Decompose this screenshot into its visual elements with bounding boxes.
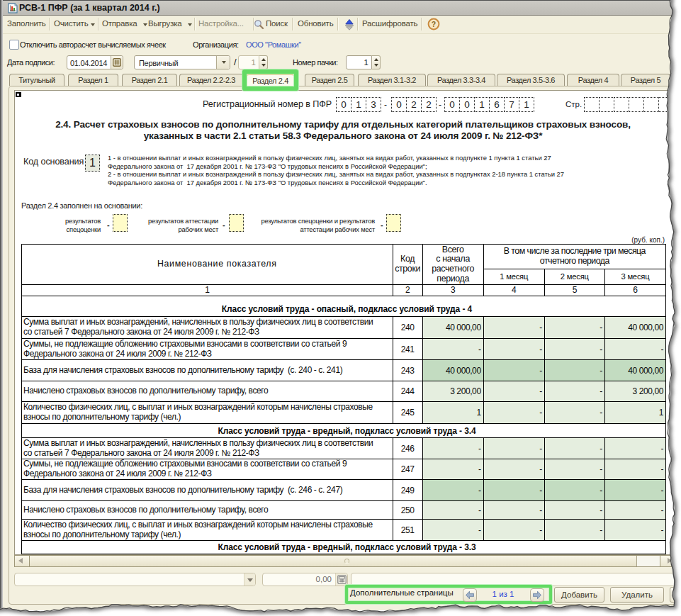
decrypt-button[interactable]: Расшифровать xyxy=(362,19,417,28)
calculator-button[interactable] xyxy=(335,573,347,586)
value-cell[interactable]: 3 200,00 xyxy=(605,381,666,402)
tab-0[interactable]: Титульный xyxy=(9,74,64,86)
value-cell[interactable]: - xyxy=(545,501,605,520)
tab-3[interactable]: Раздел 2.2-2.3 xyxy=(179,74,243,86)
pack-number-field[interactable]: 1 xyxy=(346,55,372,69)
page-number-cell[interactable] xyxy=(584,97,600,112)
value-cell[interactable]: 40 000,00 xyxy=(605,317,666,339)
revision-select[interactable]: Первичный xyxy=(134,55,230,69)
organization-link[interactable]: ООО "Ромашки" xyxy=(246,40,301,49)
correction-spinner[interactable] xyxy=(259,55,268,69)
value-cell[interactable]: 3 200,00 xyxy=(423,381,484,402)
criterion-checkbox[interactable] xyxy=(113,214,128,232)
reg-number-digit[interactable]: 0 xyxy=(391,97,407,112)
value-cell[interactable]: - xyxy=(545,520,605,541)
reg-number-digit[interactable]: 2 xyxy=(407,97,422,112)
value-cell[interactable]: - xyxy=(605,520,666,541)
correction-number-field[interactable]: 1 xyxy=(238,55,259,69)
value-cell[interactable]: - xyxy=(605,459,666,480)
delete-button[interactable]: Удалить xyxy=(610,587,664,603)
value-cell[interactable]: - xyxy=(605,480,666,501)
value-cell[interactable]: - xyxy=(545,360,605,381)
tab-10[interactable]: Раздел 5 xyxy=(621,74,670,86)
scroll-left-button[interactable] xyxy=(15,556,30,566)
tab-1[interactable]: Раздел 1 xyxy=(68,74,118,86)
value-cell[interactable]: - xyxy=(484,381,545,402)
spinner-down-icon[interactable] xyxy=(261,64,266,67)
value-cell[interactable]: - xyxy=(423,438,484,459)
basis-code-field[interactable]: 1 xyxy=(85,155,100,172)
value-cell[interactable]: 40 000,00 xyxy=(423,360,484,381)
previous-page-button[interactable] xyxy=(463,588,477,602)
value-cell[interactable]: - xyxy=(545,402,605,424)
value-cell[interactable]: - xyxy=(484,459,545,480)
value-cell[interactable]: 40 000,00 xyxy=(423,317,484,339)
value-cell[interactable]: - xyxy=(484,360,545,381)
value-cell[interactable]: - xyxy=(423,339,484,360)
value-cell[interactable]: - xyxy=(545,438,605,459)
value-cell[interactable]: - xyxy=(423,459,484,480)
settings-button[interactable]: Настройка... xyxy=(198,19,244,28)
reg-number-digit[interactable]: 1 xyxy=(519,97,534,112)
value-cell[interactable]: - xyxy=(605,501,666,520)
scrollbar-thumb[interactable] xyxy=(30,556,637,566)
search-button[interactable]: Поиск xyxy=(266,19,288,28)
value-cell[interactable]: - xyxy=(545,317,605,339)
value-cell[interactable]: - xyxy=(423,501,484,520)
tab-8[interactable]: Раздел 3.5-3.6 xyxy=(497,74,565,86)
autocalc-checkbox[interactable] xyxy=(9,40,19,50)
criterion-checkbox[interactable] xyxy=(386,214,401,232)
value-cell[interactable]: 40 000,00 xyxy=(605,360,666,381)
page-number-cell[interactable] xyxy=(644,97,659,112)
combo-dropdown-button[interactable] xyxy=(244,573,255,586)
reg-number-digit[interactable]: 0 xyxy=(444,97,460,112)
value-cell[interactable]: - xyxy=(545,480,605,501)
value-cell[interactable]: 1 xyxy=(605,402,666,424)
amount-field[interactable]: 0,00 xyxy=(262,573,348,586)
value-cell[interactable]: - xyxy=(423,480,484,501)
value-cell[interactable]: 1 xyxy=(423,402,484,424)
reg-number-digit[interactable]: 3 xyxy=(366,97,381,112)
reg-number-digit[interactable]: 2 xyxy=(422,97,437,112)
cutoff-button[interactable] xyxy=(670,587,681,603)
page-number-cell[interactable] xyxy=(614,97,629,112)
next-page-button[interactable] xyxy=(530,588,544,602)
horizontal-scrollbar[interactable] xyxy=(14,555,673,567)
set-position-icon[interactable] xyxy=(344,18,355,30)
page-number-cell[interactable] xyxy=(629,97,644,112)
value-cell[interactable]: - xyxy=(484,520,545,541)
spinner-up-icon[interactable] xyxy=(374,58,378,61)
help-icon[interactable]: ? xyxy=(427,18,440,30)
value-cell[interactable]: - xyxy=(545,459,605,480)
spinner-up-icon[interactable] xyxy=(261,58,266,61)
calendar-button[interactable] xyxy=(111,56,123,69)
reg-number-digit[interactable]: 0 xyxy=(336,97,351,112)
page-number-cell[interactable] xyxy=(659,97,674,112)
sign-date-field[interactable]: 01.04.2014 xyxy=(67,55,123,69)
send-button[interactable]: Отправка xyxy=(102,19,137,28)
bottom-combo-field[interactable] xyxy=(14,573,256,586)
spinner-down-icon[interactable] xyxy=(374,64,378,67)
tab-2[interactable]: Раздел 2.1 xyxy=(122,74,177,86)
export-button[interactable]: Выгрузка xyxy=(148,19,182,28)
reg-number-digit[interactable]: 6 xyxy=(490,97,505,112)
reg-number-digit[interactable]: 0 xyxy=(460,97,475,112)
value-cell[interactable]: - xyxy=(484,438,545,459)
value-cell[interactable]: - xyxy=(484,480,545,501)
pack-number-spinner[interactable] xyxy=(372,55,381,69)
value-cell[interactable]: - xyxy=(605,438,666,459)
tab-9[interactable]: Раздел 4 xyxy=(567,74,619,86)
page-number-cell[interactable] xyxy=(600,97,614,112)
tab-7[interactable]: Раздел 3.3-3.4 xyxy=(427,74,495,86)
reg-number-digit[interactable]: 1 xyxy=(351,97,366,112)
value-cell[interactable]: - xyxy=(484,501,545,520)
value-cell[interactable]: - xyxy=(605,339,666,360)
tab-6[interactable]: Раздел 3.1-3.2 xyxy=(358,74,426,86)
value-cell[interactable]: - xyxy=(545,339,605,360)
refresh-button[interactable]: Обновить xyxy=(298,19,333,28)
fill-button[interactable]: Заполнить xyxy=(7,19,46,28)
reg-number-digit[interactable]: 7 xyxy=(505,97,519,112)
value-cell[interactable]: - xyxy=(545,381,605,402)
value-cell[interactable]: - xyxy=(484,317,545,339)
clear-button[interactable]: Очистить xyxy=(54,19,88,28)
